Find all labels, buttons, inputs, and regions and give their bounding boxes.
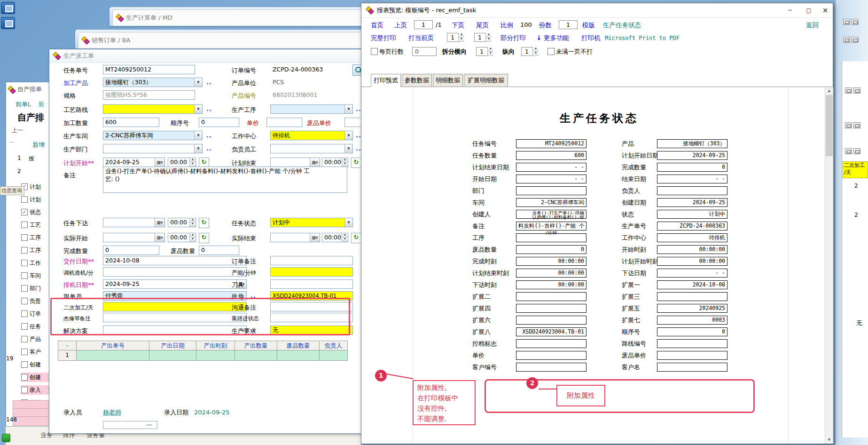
qty-field[interactable]: 600: [103, 118, 159, 127]
printer-name: Microsoft Print to PDF: [605, 33, 680, 43]
form-title-bar[interactable]: 生产派工单: [49, 49, 365, 63]
workshop-dropdown[interactable]: 2-CNC苏师傅车间 ▼: [103, 131, 203, 140]
report-row: 完成时刻 00:00:00 计划开始时刻 00:00:00: [0, 257, 868, 266]
panel-sub: 上一: [12, 127, 23, 135]
report-field-value: [516, 363, 586, 372]
last-page-link[interactable]: 尾页: [476, 20, 489, 30]
window-button[interactable]: [843, 19, 850, 25]
pink-cells: [13, 400, 49, 426]
window-button[interactable]: [853, 87, 860, 94]
spinner[interactable]: ▲▼: [487, 47, 493, 56]
report-field-value: [657, 186, 727, 195]
desktop-icon-2[interactable]: [1, 17, 15, 29]
scrap-price-field[interactable]: [344, 118, 363, 127]
print-all-link[interactable]: 完整打印: [371, 33, 396, 42]
annotation-big-rect: [485, 379, 755, 413]
chevron-down-icon[interactable]: ▼: [194, 131, 202, 140]
report-field-label: 单价: [472, 351, 485, 360]
report-field-label: 备注: [472, 222, 485, 230]
annotation-note-2-text: 附加属性: [557, 386, 604, 405]
checkbox-icon[interactable]: [21, 374, 28, 381]
route-dropdown[interactable]: ▼: [103, 104, 203, 114]
scroll-up-icon[interactable]: ▲: [825, 87, 833, 95]
process-dropdown[interactable]: ▼: [270, 104, 353, 114]
window-button[interactable]: [843, 37, 850, 43]
report-row: 任务编号 MT2409250012 产品 接地螺钉（303）: [0, 139, 868, 149]
rows-per-page-checkbox[interactable]: [371, 48, 378, 55]
printer-link[interactable]: 打印机: [581, 33, 601, 42]
scroll-down-icon[interactable]: ▼: [825, 436, 833, 444]
page-number-input[interactable]: 1: [414, 20, 433, 29]
helper-dots[interactable]: ..: [206, 105, 212, 112]
work-center-dropdown[interactable]: 待排机 ▼: [270, 131, 353, 140]
report-row: 创建人 业务()-打生产单()-待确 认师傅()-材料备料()-材 状态 计划中: [0, 210, 868, 219]
chevron-down-icon[interactable]: ▼: [344, 131, 352, 140]
chevron-down-icon[interactable]: ▼: [344, 105, 352, 113]
tab-detail-data[interactable]: 明细数据: [433, 74, 463, 87]
report-field-label: 计划结束时刻: [472, 269, 509, 278]
checkbox-icon[interactable]: [21, 387, 28, 393]
tab-print-preview[interactable]: 打印预览: [371, 74, 401, 87]
spinner[interactable]: ▲▼: [532, 47, 539, 56]
prev-page-link[interactable]: 上页: [394, 20, 407, 30]
maximize-button[interactable]: ▢: [802, 6, 816, 16]
tab-extended-detail-data[interactable]: 扩展明细数据: [464, 74, 508, 87]
report-field-value: 接地螺钉（303）: [657, 139, 727, 148]
template-link[interactable]: 模版: [582, 20, 595, 30]
window-button[interactable]: [853, 122, 860, 128]
more-functions-link[interactable]: 更多功能: [544, 33, 569, 42]
window-button[interactable]: [845, 87, 852, 94]
page-total-label: /1: [436, 20, 442, 30]
copies-label[interactable]: 份数: [539, 20, 552, 30]
entry-by-value[interactable]: 杨老师: [103, 408, 121, 417]
report-field-label: 车间: [472, 198, 485, 207]
rows-per-page-input[interactable]: 0: [412, 47, 437, 56]
left-panel-checkbox-item[interactable]: 录入: [21, 385, 49, 395]
next-page-link[interactable]: 下页: [452, 20, 464, 30]
scale-label[interactable]: 比例: [500, 20, 513, 30]
nofill-checkbox[interactable]: [547, 48, 555, 55]
chevron-down-icon[interactable]: ▼: [194, 105, 202, 113]
print-current-link[interactable]: 打当前页: [408, 33, 434, 42]
helper-dots[interactable]: ..: [206, 79, 212, 86]
report-field-label: 扩展一: [622, 280, 640, 289]
price-field[interactable]: [266, 118, 302, 127]
order-no-field[interactable]: ZCPD-24-000363: [270, 65, 350, 74]
desktop-icon-1[interactable]: [1, 2, 15, 14]
seq-field[interactable]: 0: [199, 118, 239, 127]
report-field-value: 0: [657, 327, 727, 336]
report-field-value: MT2409250012: [516, 139, 586, 148]
helper-dots[interactable]: ..: [206, 132, 212, 139]
window-tab-sales-order[interactable]: 销售订单 / BA: [75, 29, 366, 49]
report-title-bar[interactable]: 报表预览: 模板编号 - rec_emf_task: [361, 3, 833, 18]
spinner[interactable]: ▲▼: [485, 33, 492, 42]
tab-parameter-data[interactable]: 参数数据: [402, 74, 432, 87]
tab-strip-line: [361, 87, 833, 87]
report-field-label: 开始时刻: [622, 245, 646, 254]
spec-field[interactable]: 按图纸H5.5*56: [103, 90, 195, 100]
window-button[interactable]: [852, 19, 859, 25]
menu-prev[interactable]: 前单L: [16, 100, 31, 109]
menu-next[interactable]: 后: [38, 100, 44, 109]
print-part-link[interactable]: 部分打印: [500, 33, 526, 42]
first-page-link[interactable]: 首页: [371, 20, 383, 30]
spinner[interactable]: ▲▼: [458, 33, 464, 42]
report-field-value: 业务()-打生产单()-待确 认师傅()-材料备料()-材: [516, 210, 586, 219]
window-button[interactable]: [852, 37, 859, 43]
annotation-badge-1: 1: [375, 370, 387, 381]
left-panel-checkbox-item[interactable]: 创建: [21, 373, 49, 382]
close-button[interactable]: ×: [818, 6, 832, 16]
magnifier-icon: [355, 67, 361, 72]
task-no-field[interactable]: MT2409250012: [103, 65, 195, 74]
report-field-value: [516, 304, 586, 313]
dash-icon: —: [146, 420, 152, 429]
product-dropdown[interactable]: 接地螺钉（303） ▼: [103, 78, 203, 87]
back-link[interactable]: 返回: [806, 20, 819, 30]
spec-label: 规格: [63, 91, 76, 101]
task-no-label: 任务单号: [63, 66, 88, 75]
minimize-button[interactable]: ─: [783, 6, 797, 16]
window-button[interactable]: [845, 122, 852, 128]
window-tab-production-calc[interactable]: 生产计算单 / MD: [109, 7, 366, 26]
copies-input[interactable]: 1: [559, 20, 578, 29]
chevron-down-icon[interactable]: ▼: [194, 78, 202, 87]
